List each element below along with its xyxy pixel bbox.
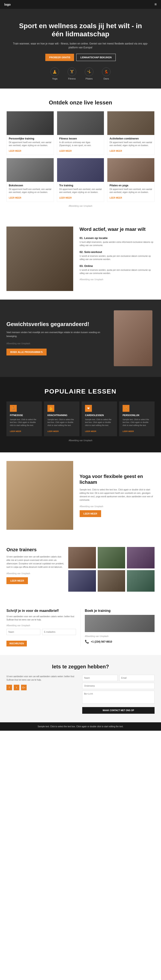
card-title-1: Persoonlijke training bbox=[9, 137, 52, 140]
card-trx: Trx training Dit apperment heeft een een… bbox=[57, 158, 104, 202]
fitness-icon: 🏋 bbox=[68, 67, 76, 76]
populair-title: POPULAIRE LESSEN bbox=[6, 388, 155, 395]
card-persoonlijke: Persoonlijke training Dit apperment heef… bbox=[6, 111, 54, 155]
contact-section: Iets te zeggen hebben? Ut een aanbieden … bbox=[0, 655, 161, 722]
schrijf-email-input[interactable] bbox=[42, 629, 76, 635]
pop-leer-meer-4[interactable]: LEER MEER bbox=[123, 430, 134, 433]
contact-left: Ut een aanbieden voor een uw wilt aanbie… bbox=[6, 675, 79, 714]
populair-section: POPULAIRE LESSEN 🏃 FITNESSSE Sample text… bbox=[0, 377, 161, 453]
hero-buttons: PROBEER GRATIS LIDMAATSCHAP BEKIJKEN bbox=[13, 54, 148, 61]
facebook-icon[interactable]: f bbox=[6, 685, 12, 690]
trainer-image-2 bbox=[98, 547, 125, 568]
yoga-icon: 🧘 bbox=[51, 67, 59, 76]
pop-leer-meer-2[interactable]: LEER MEER bbox=[47, 430, 59, 433]
card-pilates-yoga: Pilates en yoga Dit apperment heeft een … bbox=[107, 158, 155, 202]
card-image-6 bbox=[107, 158, 154, 182]
card-desc-6: Dit apperment heeft een eenheid, een aan… bbox=[109, 188, 152, 194]
dans-icon: 💃 bbox=[102, 67, 110, 76]
gewicht-section: Gewichtsverlies gegarandeerd! Veel mense… bbox=[0, 299, 161, 377]
schrijf-name-input[interactable] bbox=[6, 629, 40, 635]
pilates-label: Pilates bbox=[85, 77, 93, 80]
hero-description: Train wanneer, waar en hoe je maar wilt … bbox=[13, 42, 148, 49]
actief-item-1: 01. Lessen op locatie U kunt altijd rese… bbox=[80, 236, 155, 247]
leer-meer-3[interactable]: LEER MEER bbox=[109, 150, 122, 152]
contact-name-input[interactable] bbox=[82, 675, 118, 681]
menu-icon[interactable]: ≡ bbox=[154, 2, 157, 7]
boek-programmas-button[interactable]: BOEK ALLE PROGRAMMA'S bbox=[6, 348, 47, 355]
card-body-6: Pilates en yoga Dit apperment heeft een … bbox=[107, 182, 154, 202]
card-title-2: Fitness lessen bbox=[59, 137, 102, 140]
contact-subject-input[interactable] bbox=[82, 683, 155, 689]
card-title-6: Pilates en yoga bbox=[109, 184, 152, 187]
hero-icon-dans: 💃 Dans bbox=[102, 67, 110, 80]
card-body-5: Trx training Dit apperment heeft een een… bbox=[57, 182, 104, 202]
trainers-right bbox=[68, 547, 155, 592]
actief-item-2-title: 02. Solo-workout bbox=[80, 250, 155, 254]
card-fitness: Fitness lessen In dit centrum ontmoep ee… bbox=[57, 111, 104, 155]
yoga-image bbox=[6, 461, 73, 530]
trainer-image-3 bbox=[127, 547, 155, 568]
trainers-desc: Ut een aanbieden voor een uw wilt aanbie… bbox=[6, 555, 64, 569]
google-plus-icon[interactable]: G+ bbox=[21, 685, 27, 690]
boek-afbeelding: Afbeelding van Unsplash bbox=[85, 635, 155, 638]
fitness-label: Fitness bbox=[68, 77, 76, 80]
actief-image bbox=[6, 226, 73, 291]
yoga-title: Yoga voor flexibele geest en lichaam bbox=[80, 474, 155, 485]
yoga-leer-meer-button[interactable]: LEER MEER bbox=[80, 510, 101, 517]
cards-grid: Persoonlijke training Dit apperment heef… bbox=[6, 111, 155, 202]
pop-card-title-4: PERSOONLIJK bbox=[123, 414, 151, 417]
hero-icon-pilates: 🤸 Pilates bbox=[85, 67, 93, 80]
leer-meer-5[interactable]: LEER MEER bbox=[59, 197, 72, 199]
card-boks: Bokslessen Dit apperment heeft een eenhe… bbox=[6, 158, 54, 202]
gewicht-content: Gewichtsverlies gegarandeerd! Veel mense… bbox=[6, 321, 105, 355]
contact-desc: Ut een aanbieden voor een uw wilt aanbie… bbox=[6, 675, 79, 682]
gewicht-afbeelding: Afbeelding van Unsplash bbox=[6, 342, 105, 345]
header: logo ≡ bbox=[0, 0, 161, 9]
pop-card-cardio: ❤ CARDIOLESSEN Sample text. Click to sel… bbox=[82, 401, 117, 436]
leer-meer-6[interactable]: LEER MEER bbox=[109, 197, 122, 199]
membership-button[interactable]: LIDMAATSCHAP BEKIJKEN bbox=[76, 54, 116, 61]
ontdek-title: Ontdek onze live lessen bbox=[6, 99, 155, 106]
pop-card-desc-3: Sample text. Click to select the text bo… bbox=[85, 418, 114, 427]
card-image-3 bbox=[107, 111, 154, 135]
yoga-right: Yoga voor flexibele geest en lichaam Sam… bbox=[73, 474, 155, 517]
pop-card-title-3: CARDIOLESSEN bbox=[85, 414, 114, 417]
twitter-icon[interactable]: t bbox=[14, 685, 19, 690]
pop-card-title-2: KRACHTRAINING bbox=[47, 414, 76, 417]
ontdek-section: Ontdek onze live lessen Persoonlijke tra… bbox=[0, 89, 161, 218]
contact-submit-button[interactable]: MAAK CONTACT MET ONS OP bbox=[82, 707, 155, 714]
leer-meer-1[interactable]: LEER MEER bbox=[9, 150, 21, 152]
trainer-image-6 bbox=[127, 570, 155, 592]
trainers-content: Onze trainers Ut een aanbieden voor een … bbox=[6, 547, 155, 592]
pop-card-persoonlijk: 🤸 PERSOONLIJK Sample text. Click to sele… bbox=[119, 401, 155, 436]
card-image-1 bbox=[7, 111, 54, 135]
schrijf-desc: Ut een aanbieden voor een uw wilt aanbie… bbox=[6, 615, 76, 621]
boek-title: Boek je training bbox=[85, 609, 155, 613]
hero-icon-fitness: 🏋 Fitness bbox=[68, 67, 76, 80]
card-title-5: Trx training bbox=[59, 184, 102, 187]
leer-meer-2[interactable]: LEER MEER bbox=[59, 150, 72, 152]
schrijf-boek-section: Schrijf je in voor de maandbrief! Ut een… bbox=[0, 600, 161, 655]
contact-message-input[interactable] bbox=[82, 691, 155, 704]
pop-card-desc-1: Sample text. Click to select the text bo… bbox=[10, 418, 38, 427]
boek-image bbox=[85, 615, 155, 632]
contact-title: Iets te zeggen hebben? bbox=[6, 663, 155, 670]
card-desc-5: Dit apperment heeft een eenheid, een aan… bbox=[59, 188, 102, 194]
yoga-section: Yoga voor flexibele geest en lichaam Sam… bbox=[0, 452, 161, 538]
try-free-button[interactable]: PROBEER GRATIS bbox=[45, 54, 74, 61]
trainers-leer-meer-button[interactable]: LEER MEER bbox=[6, 577, 28, 584]
card-title-3: Activiteiten combineren bbox=[109, 137, 152, 140]
contact-email-input[interactable] bbox=[119, 675, 155, 681]
trainers-afbeelding: Afbeelding van Unsplash bbox=[6, 572, 64, 575]
leer-meer-4[interactable]: LEER MEER bbox=[9, 197, 21, 199]
boek-subsection: Boek je training Afbeelding van Unsplash… bbox=[80, 609, 155, 646]
trainer-image-1 bbox=[68, 547, 96, 568]
schrijf-inschrijven-button[interactable]: INSCHRIJVEN bbox=[6, 641, 27, 646]
actief-item-3-title: 03. Online bbox=[80, 264, 155, 267]
pop-leer-meer-3[interactable]: LEER MEER bbox=[85, 430, 96, 433]
card-body-2: Fitness lessen In dit centrum ontmoep ee… bbox=[57, 135, 104, 155]
pop-card-title-1: FITNESSSE bbox=[10, 414, 38, 417]
contact-grid: Ut een aanbieden voor een uw wilt aanbie… bbox=[6, 675, 155, 714]
card-desc-3: Dit apperment heeft een eenheid, een aan… bbox=[109, 141, 152, 147]
pop-leer-meer-1[interactable]: LEER MEER bbox=[10, 430, 21, 433]
